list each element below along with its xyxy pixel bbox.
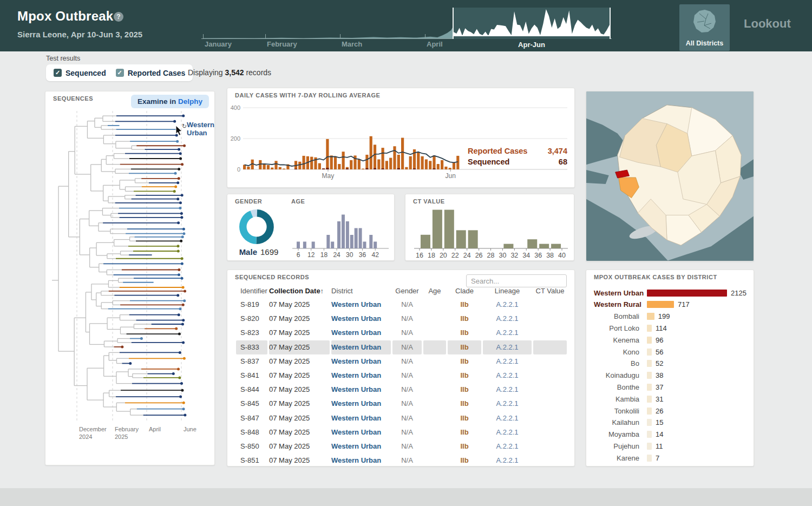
column-header-lineage[interactable]: Lineage [483,285,532,297]
column-header-collection-date[interactable]: Collection Date↑ [269,285,330,297]
district-row[interactable]: Bo52 [594,358,749,370]
district-row[interactable]: Bombali199 [594,311,749,323]
cell-date: 07 May 2025 [269,354,330,369]
cell-ct [533,326,567,340]
district-row[interactable]: Kambia31 [594,393,749,405]
timeline-selection-window[interactable] [453,8,611,39]
table-row[interactable]: S-85007 May 2025Western UrbanN/AIIbA.2.2… [227,439,567,454]
district-row[interactable]: Kailahun15 [594,417,749,429]
table-row[interactable]: S-81907 May 2025Western UrbanN/AIIbA.2.2… [227,298,567,312]
table-row[interactable]: S-83707 May 2025Western UrbanN/AIIbA.2.2… [227,354,567,369]
cell-lineage: A.2.2.1 [483,298,532,312]
selection-area-chart [454,8,610,37]
column-header-district[interactable]: District [331,285,391,297]
table-row[interactable]: S-83307 May 2025Western UrbanN/AIIbA.2.2… [227,340,567,354]
table-row[interactable]: S-82307 May 2025Western UrbanN/AIIbA.2.2… [227,326,567,340]
cell-date: 07 May 2025 [269,340,330,354]
svg-text:40: 40 [558,252,566,259]
cell-age [423,439,446,454]
table-row[interactable]: S-84507 May 2025Western UrbanN/AIIbA.2.2… [227,397,567,411]
district-row[interactable]: Western Rural717 [594,299,749,311]
age-histogram: 6121824303642 [288,203,392,259]
district-row[interactable]: Bonthe37 [594,381,749,393]
checkbox-reported-cases[interactable]: ✓Reported Cases [116,69,186,77]
record-count: 3,542 [225,68,244,77]
svg-text:18: 18 [428,252,435,259]
cell-id: S-841 [236,369,267,383]
examine-in-delphy-button[interactable]: Examine in Delphy [131,95,209,108]
district-label: Moyamba [594,430,644,438]
all-districts-button[interactable]: All Districts [679,4,730,51]
cell-lineage: A.2.2.1 [483,425,532,439]
district-label: Kailahun [594,418,644,426]
table-row[interactable]: S-84807 May 2025Western UrbanN/AIIbA.2.2… [227,425,567,439]
cell-date: 07 May 2025 [269,454,330,466]
svg-text:32: 32 [510,252,518,259]
svg-text:24: 24 [333,251,340,259]
cell-date: 07 May 2025 [269,369,330,383]
phylogenetic-tree[interactable]: December2024February2025AprilJune [50,109,212,446]
column-header-clade[interactable]: Clade [448,285,481,297]
district-row[interactable]: Tonkolili26 [594,405,749,417]
svg-text:200: 200 [231,135,240,142]
column-header-gender[interactable]: Gender [392,285,422,297]
timeline-tick [340,34,340,39]
cell-id: S-819 [236,298,267,312]
district-row[interactable]: Pujehun11 [594,440,749,452]
cell-clade: IIb [448,312,481,326]
cell-lineage: A.2.2.1 [483,397,532,411]
cell-date: 07 May 2025 [269,439,330,454]
help-icon[interactable]: ? [114,12,123,22]
cell-date: 07 May 2025 [269,326,330,340]
table-row[interactable]: S-84707 May 2025Western UrbanN/AIIbA.2.2… [227,411,567,425]
district-value: 52 [656,359,663,367]
tree-hover-label: Western Urban [187,121,214,137]
svg-text:April: April [149,426,161,432]
cell-ct [533,354,567,369]
legend-value: 3,474 [548,146,567,156]
cell-clade: IIb [448,439,481,454]
district-row[interactable]: Kono56 [594,346,749,358]
legend-row: Reported Cases3,474 [468,146,567,156]
cell-ct [533,397,567,411]
cell-district: Western Urban [331,298,391,312]
cell-district: Western Urban [331,326,391,340]
district-row[interactable]: Moyamba14 [594,429,749,441]
district-label: Kono [594,348,644,356]
district-row[interactable]: Port Loko114 [594,322,749,334]
daily-cases-panel: DAILY CASES WITH 7-DAY ROLLING AVERAGE 0… [227,88,575,188]
table-row[interactable]: S-82007 May 2025Western UrbanN/AIIbA.2.2… [227,312,567,326]
cell-gender: N/A [392,439,422,454]
column-header-age[interactable]: Age [423,285,446,297]
cell-age [423,383,446,397]
svg-text:0: 0 [237,166,240,173]
cell-id: S-837 [236,354,267,369]
timeline-month-label: April [427,40,443,48]
column-header-ct-value[interactable]: CT Value [533,285,567,297]
gender-selected-value: Male1699 [228,247,289,257]
cell-age [423,312,446,326]
gender-donut-chart[interactable] [231,203,285,248]
district-row[interactable]: Koinadugu38 [594,370,749,382]
checkbox-sequenced[interactable]: ✓Sequenced [54,69,106,77]
cell-ct [533,340,567,354]
svg-text:June: June [184,426,197,432]
district-row[interactable]: Karene7 [594,452,749,464]
table-row[interactable]: S-84107 May 2025Western UrbanN/AIIbA.2.2… [227,369,567,383]
table-row[interactable]: S-84407 May 2025Western UrbanN/AIIbA.2.2… [227,383,567,397]
svg-text:28: 28 [487,252,495,259]
map-panel [586,91,754,261]
column-header-identifier[interactable]: Identifier [236,285,267,297]
district-row[interactable]: Kenema96 [594,334,749,346]
cell-district: Western Urban [331,454,391,466]
cell-clade: IIb [448,397,481,411]
table-row[interactable]: S-85107 May 2025Western UrbanN/AIIbA.2.2… [227,454,567,466]
district-row[interactable]: Western Urban2125 [594,287,749,299]
cell-age [423,340,446,354]
cell-clade: IIb [448,326,481,340]
sierra-leone-map[interactable] [586,91,754,261]
ct-value-panel: CT VALUE 16182022242628303234363840 [405,194,574,261]
cell-id: S-820 [236,312,267,326]
district-value: 38 [656,371,663,379]
cell-age [423,326,446,340]
